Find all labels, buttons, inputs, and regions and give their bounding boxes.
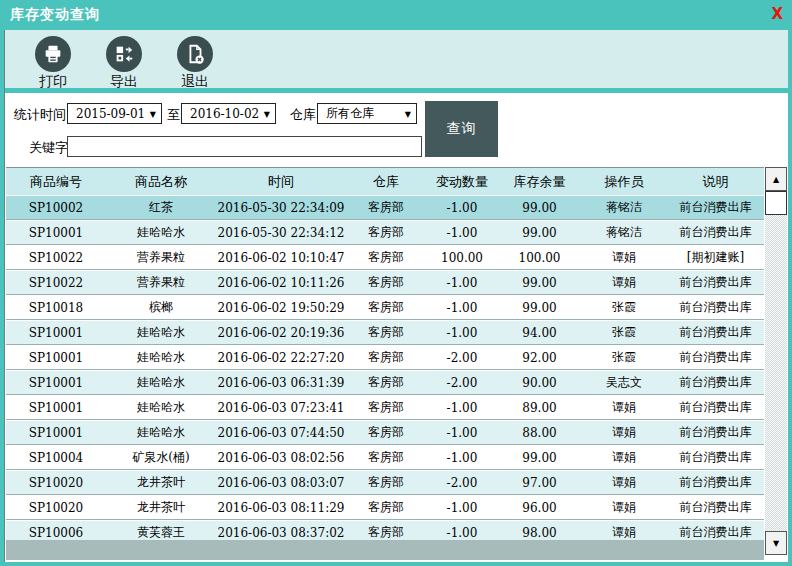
table-cell: 100.00	[426, 251, 498, 265]
exit-button-label: 退出	[162, 73, 228, 91]
table-cell: -1.00	[426, 451, 498, 465]
time-range-label: 统计时间	[14, 106, 66, 124]
table-row[interactable]: SP10018槟榔2016-06-02 19:50:29客房部-1.0099.0…	[6, 295, 764, 320]
table-cell: 97.00	[498, 476, 581, 490]
scrollbar-thumb[interactable]	[765, 191, 787, 215]
column-header-7[interactable]: 说明	[667, 173, 764, 191]
export-button-label: 导出	[91, 73, 157, 91]
table-row[interactable]: SP10001娃哈哈水2016-06-03 07:44:50客房部-1.0088…	[6, 420, 764, 445]
to-label: 至	[167, 106, 180, 124]
table-cell: -1.00	[426, 301, 498, 315]
table-cell: -1.00	[426, 201, 498, 215]
column-header-5[interactable]: 库存余量	[498, 173, 581, 191]
chevron-down-icon: ▼	[405, 110, 411, 119]
table-cell: 2016-06-02 20:19:36	[216, 326, 346, 340]
filter-panel: 统计时间 2015-09-01 ▼ 至 2016-10-02 ▼ 仓库 所有仓库…	[5, 93, 788, 165]
table-cell: 娃哈哈水	[106, 399, 216, 416]
table-row[interactable]: SP10006黄芙蓉王2016-06-03 08:37:02客房部-1.0098…	[6, 520, 764, 540]
table-row[interactable]: SP10001娃哈哈水2016-05-30 22:34:12客房部-1.0099…	[6, 220, 764, 245]
table-cell: 客房部	[346, 399, 426, 416]
table-cell: 2016-05-30 22:34:12	[216, 226, 346, 240]
table-cell: 前台消费出库	[667, 299, 764, 316]
column-header-6[interactable]: 操作员	[581, 173, 667, 191]
table-cell: 谭娟	[581, 274, 667, 291]
table-row[interactable]: SP10001娃哈哈水2016-06-03 06:31:39客房部-2.0090…	[6, 370, 764, 395]
date-from-value: 2015-09-01	[76, 107, 145, 121]
table-row[interactable]: SP10001娃哈哈水2016-06-02 22:27:20客房部-2.0092…	[6, 345, 764, 370]
table-cell: 谭娟	[581, 424, 667, 441]
table-cell: 客房部	[346, 474, 426, 491]
table-cell: 88.00	[498, 426, 581, 440]
column-header-1[interactable]: 商品名称	[106, 173, 216, 191]
table-cell: 黄芙蓉王	[106, 524, 216, 540]
table-row[interactable]: SP10022营养果粒2016-06-02 10:11:26客房部-1.0099…	[6, 270, 764, 295]
table-cell: 99.00	[498, 201, 581, 215]
inventory-change-query-window: 库存变动查询 X 打印	[0, 0, 792, 566]
table-row[interactable]: SP10020龙井茶叶2016-06-03 08:03:07客房部-2.0097…	[6, 470, 764, 495]
column-header-0[interactable]: 商品编号	[6, 173, 106, 191]
table-cell: 2016-06-02 10:10:47	[216, 251, 346, 265]
scroll-down-button[interactable]: ▼	[765, 531, 787, 555]
table-cell: SP10001	[6, 426, 106, 440]
table-cell: 100.00	[498, 251, 581, 265]
table-cell: -1.00	[426, 426, 498, 440]
table-row[interactable]: SP10001娃哈哈水2016-06-03 07:23:41客房部-1.0089…	[6, 395, 764, 420]
table-cell: 谭娟	[581, 249, 667, 266]
table-cell: -1.00	[426, 526, 498, 540]
table-row[interactable]: SP10004矿泉水(桶)2016-06-03 08:02:56客房部-1.00…	[6, 445, 764, 470]
warehouse-select[interactable]: 所有仓库 ▼	[317, 103, 417, 124]
table-cell: 客房部	[346, 424, 426, 441]
table-cell: 娃哈哈水	[106, 324, 216, 341]
vertical-scrollbar: ▲ ▼	[765, 167, 788, 557]
print-button[interactable]: 打印	[20, 36, 86, 88]
table-cell: 前台消费出库	[667, 449, 764, 466]
table-cell: [期初建账]	[667, 249, 764, 266]
table-cell: 前台消费出库	[667, 349, 764, 366]
table-row[interactable]: SP10022营养果粒2016-06-02 10:10:47客房部100.001…	[6, 245, 764, 270]
table-cell: 2016-05-30 22:34:09	[216, 201, 346, 215]
column-header-3[interactable]: 仓库	[346, 173, 426, 191]
table-cell: 蒋铭洁	[581, 199, 667, 216]
table-cell: 94.00	[498, 326, 581, 340]
table-cell: 96.00	[498, 501, 581, 515]
keyword-input[interactable]	[67, 136, 422, 157]
table-cell: 营养果粒	[106, 274, 216, 291]
table-cell: SP10001	[6, 226, 106, 240]
scrollbar-track[interactable]	[765, 215, 787, 531]
table-cell: 龙井茶叶	[106, 499, 216, 516]
table-cell: 客房部	[346, 274, 426, 291]
table-cell: 客房部	[346, 199, 426, 216]
column-header-4[interactable]: 变动数量	[426, 173, 498, 191]
table-cell: 蒋铭洁	[581, 224, 667, 241]
table-cell: 2016-06-03 08:02:56	[216, 451, 346, 465]
table-cell: SP10004	[6, 451, 106, 465]
query-button[interactable]: 查询	[425, 101, 498, 157]
chevron-down-icon: ▼	[264, 110, 270, 119]
table-cell: 前台消费出库	[667, 374, 764, 391]
exit-button[interactable]: 退出	[162, 36, 228, 88]
table-cell: 前台消费出库	[667, 224, 764, 241]
scroll-up-button[interactable]: ▲	[765, 167, 787, 191]
export-button[interactable]: 导出	[91, 36, 157, 88]
table-cell: 红茶	[106, 199, 216, 216]
date-to-select[interactable]: 2016-10-02 ▼	[181, 103, 276, 124]
table-cell: -1.00	[426, 276, 498, 290]
table-cell: 89.00	[498, 401, 581, 415]
table-cell: 张霞	[581, 299, 667, 316]
table-row[interactable]: SP10020龙井茶叶2016-06-03 08:11:29客房部-1.0096…	[6, 495, 764, 520]
chevron-down-icon: ▼	[150, 110, 156, 119]
table-cell: SP10020	[6, 501, 106, 515]
table-cell: 娃哈哈水	[106, 349, 216, 366]
column-header-2[interactable]: 时间	[216, 173, 346, 191]
table-row[interactable]: SP10001娃哈哈水2016-06-02 20:19:36客房部-1.0094…	[6, 320, 764, 345]
printer-icon	[35, 36, 71, 72]
close-button[interactable]: X	[771, 5, 783, 23]
date-from-select[interactable]: 2015-09-01 ▼	[67, 103, 162, 124]
table-cell: 张霞	[581, 324, 667, 341]
warehouse-value: 所有仓库	[326, 105, 374, 122]
table-cell: -2.00	[426, 376, 498, 390]
table-cell: SP10001	[6, 326, 106, 340]
table-cell: -2.00	[426, 476, 498, 490]
table-body: SP10002红茶2016-05-30 22:34:09客房部-1.0099.0…	[6, 195, 764, 540]
table-row[interactable]: SP10002红茶2016-05-30 22:34:09客房部-1.0099.0…	[6, 195, 764, 220]
